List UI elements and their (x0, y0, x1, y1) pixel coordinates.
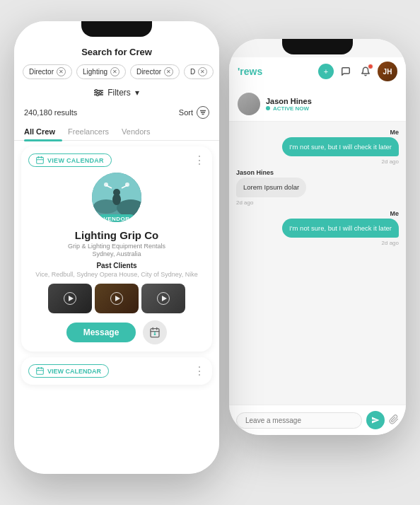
play-button-2[interactable] (110, 292, 123, 305)
view-calendar-button-2[interactable]: VIEW CALENDAR (28, 364, 109, 378)
message-input-row (229, 405, 406, 435)
filters-label: Filters (107, 88, 131, 98)
tag-label: Director (29, 68, 54, 76)
contact-avatar (238, 93, 260, 115)
vendor-badge: VENDOR (98, 214, 135, 222)
tag-label: Director (136, 68, 161, 76)
filter-tag[interactable]: Director ✕ (23, 64, 72, 79)
calendar-icon-2 (36, 367, 44, 375)
attach-button[interactable] (389, 414, 399, 426)
header-icons: + JH (318, 62, 397, 81)
chat-icon[interactable] (338, 64, 354, 79)
vendor-image: VENDOR (92, 173, 141, 222)
message-item: Jason Hines Lorem Ipsum dolar 2d ago (236, 169, 399, 205)
svg-point-18 (113, 189, 120, 196)
svg-point-22 (125, 182, 129, 187)
chevron-down-icon: ▾ (135, 88, 139, 98)
msg-time: 2d ago (382, 240, 399, 246)
remove-tag-icon[interactable]: ✕ (198, 67, 207, 76)
tag-label: Lighting (83, 68, 107, 76)
message-item: Me I'm not sure, but I will check it lat… (236, 210, 399, 246)
schedule-button[interactable] (143, 320, 167, 344)
schedule-icon (149, 327, 161, 338)
play-button-3[interactable] (157, 292, 170, 305)
view-calendar-label: VIEW CALENDAR (47, 157, 104, 164)
filters-row[interactable]: Filters ▾ (14, 85, 219, 103)
vendor-card-2: VIEW CALENDAR ⋮ (21, 357, 212, 385)
vendor-image-wrap: VENDOR (28, 173, 205, 222)
msg-bubble-received: Lorem Ipsum dolar (236, 178, 306, 197)
sort-icon (197, 106, 209, 119)
filter-tag[interactable]: D ✕ (184, 64, 214, 79)
more-options-button[interactable]: ⋮ (194, 155, 205, 166)
video-thumb-3[interactable] (141, 284, 185, 313)
contact-name: Jason Hines (266, 97, 312, 105)
app-logo: 'rews (238, 66, 262, 77)
contact-header: Jason Hines ACTIVE NOW (229, 87, 406, 122)
svg-point-5 (97, 94, 99, 96)
tab-all-crew[interactable]: All Crew (24, 123, 62, 140)
remove-tag-icon[interactable]: ✕ (57, 67, 66, 76)
sort-label: Sort (179, 108, 193, 117)
scene: 'rews + JH (0, 0, 420, 505)
msg-sender: Me (390, 210, 399, 217)
msg-time: 2d ago (382, 158, 399, 165)
view-calendar-label-2: VIEW CALENDAR (47, 368, 101, 375)
results-row: 240,180 results Sort (14, 103, 219, 123)
tab-vendors[interactable]: Vendors (122, 123, 157, 140)
chat-area: Me I'm not sure, but I will check it lat… (229, 122, 406, 405)
vendor-name: Lighting Grip Co (28, 229, 205, 241)
message-item: Me I'm not sure, but I will check it lat… (236, 129, 399, 165)
svg-point-21 (104, 182, 108, 187)
contact-status: ACTIVE NOW (266, 105, 312, 112)
results-count: 240,180 results (24, 108, 77, 117)
message-button[interactable]: Message (66, 323, 136, 342)
remove-tag-icon[interactable]: ✕ (110, 67, 119, 76)
sort-button[interactable]: Sort (179, 106, 209, 119)
page-title: Search for Crew (14, 41, 219, 64)
tag-label: D (190, 68, 195, 76)
past-clients-title: Past Clients (28, 262, 205, 269)
msg-sender: Me (390, 129, 399, 136)
send-button[interactable] (366, 411, 385, 429)
bell-icon[interactable] (358, 64, 373, 79)
screen-right: 'rews + JH (229, 39, 406, 435)
msg-time: 2d ago (236, 199, 253, 206)
status-indicator (266, 106, 270, 110)
msg-bubble-sent: I'm not sure, but I will check it later (282, 219, 399, 238)
add-icon[interactable]: + (318, 64, 334, 79)
past-clients-list: Vice, Redbull, Sydney Opera House, City … (28, 271, 205, 278)
card-top-row: VIEW CALENDAR ⋮ (28, 153, 205, 167)
video-thumbnails (28, 284, 205, 313)
msg-sender: Jason Hines (236, 169, 274, 176)
message-input[interactable] (236, 412, 362, 429)
svg-point-27 (154, 333, 156, 335)
play-icon (115, 296, 120, 301)
calendar-icon (36, 156, 44, 164)
user-avatar[interactable]: JH (378, 62, 397, 81)
screen-left: Search for Crew Director ✕ Lighting ✕ Di… (14, 21, 219, 474)
notch-right (282, 39, 353, 54)
play-button-1[interactable] (64, 292, 76, 305)
filter-tags: Director ✕ Lighting ✕ Director ✕ D ✕ (14, 64, 219, 85)
svg-point-4 (100, 92, 102, 94)
phone-right: 'rews + JH (229, 39, 406, 435)
svg-rect-29 (37, 368, 44, 374)
vendor-sub2: Sydney, Australia (28, 250, 205, 257)
remove-tag-icon[interactable]: ✕ (164, 67, 173, 76)
notification-badge (368, 64, 373, 69)
view-calendar-button[interactable]: VIEW CALENDAR (28, 153, 112, 167)
vendor-card: VIEW CALENDAR ⋮ (21, 146, 212, 352)
video-thumb-1[interactable] (48, 284, 92, 313)
tabs-row: All Crew Freelancers Vendors (14, 123, 219, 141)
contact-info: Jason Hines ACTIVE NOW (266, 97, 312, 112)
tab-freelancers[interactable]: Freelancers (68, 123, 116, 140)
filter-tag[interactable]: Director ✕ (130, 64, 180, 79)
phone-left: Search for Crew Director ✕ Lighting ✕ Di… (14, 21, 219, 474)
status-text: ACTIVE NOW (273, 105, 309, 112)
svg-rect-9 (37, 157, 44, 163)
card-actions: Message (28, 320, 205, 344)
more-options-button-2[interactable]: ⋮ (194, 366, 205, 377)
video-thumb-2[interactable] (95, 284, 139, 313)
filter-tag[interactable]: Lighting ✕ (76, 64, 126, 79)
